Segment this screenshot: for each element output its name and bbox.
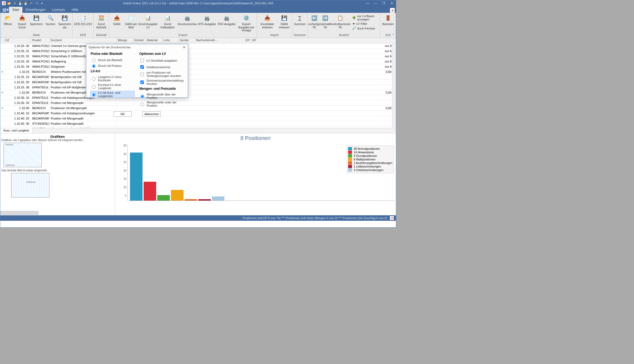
ribbon-da84-per-mail[interactable]: ✉️DA84 per Mail: [124, 13, 138, 29]
check-deckblatt[interactable]: LV Deckblatt ausgeben: [139, 58, 183, 63]
close-icon[interactable]: ✕: [388, 0, 396, 6]
ribbon-da84[interactable]: 📤DA84: [110, 13, 124, 26]
qat-excel-icon[interactable]: X: [13, 1, 17, 5]
tab-einstellungen[interactable]: Einstellungen: [22, 7, 49, 13]
ribbon-rtf-ausgabe[interactable]: 🖨️RTF-Ausgabe: [197, 13, 217, 26]
table-row[interactable]: ▾1.10.25BEREICHWeitere Positionsarten mi…: [0, 69, 396, 74]
tab-kurz-langtext[interactable]: Kurz- und Langtext: [0, 128, 32, 133]
tab-hilfe[interactable]: Hilfe: [68, 7, 81, 13]
file-menu-icon[interactable]: ▤▾: [2, 6, 9, 13]
check-inhalt[interactable]: Inhaltsverzeichnis: [139, 64, 183, 70]
ribbon-pdf-ausgabe[interactable]: 🖨️PDF Ausgabe: [217, 13, 236, 26]
radio-kurz-lang[interactable]: LV mit Kurz- und Langtexten: [91, 91, 134, 98]
ribbon-excel-kalkulation[interactable]: 📊Excel Kalkulation: [158, 13, 177, 29]
ribbon-druckvorschau[interactable]: 🖨️Druckvorschau: [177, 13, 197, 26]
ribbon-n-chste-te[interactable]: ➡️nächste TE: [320, 13, 330, 29]
table-row[interactable]: 1.10.40. 30STUNDENLOHNPosition mit Menge…: [0, 121, 396, 126]
detail-hscroll[interactable]: [0, 211, 38, 215]
qat-save2-icon[interactable]: 💾: [24, 1, 28, 5]
radio-menge-ueber[interactable]: Mengenzeile über der Position: [139, 93, 183, 99]
table-row[interactable]: 1.10.30. 20EPANTEILEPosition mit Mengens…: [0, 100, 396, 106]
ribbon-link-lv-filter[interactable]: ▼LV Filter: [352, 22, 377, 25]
col-posart[interactable]: PosArt: [31, 38, 50, 43]
ribbon-collapse-icon[interactable]: ⌃: [391, 33, 395, 37]
dialog-ok-button[interactable]: OK: [114, 111, 132, 117]
chart-bar-ausführungsbeschreibungen: [185, 199, 197, 201]
data-grid[interactable]: 1.10.20. 30WAHLPOS(1.2 zu 1.0)Unterteil …: [0, 43, 396, 128]
beenden-icon: 🚪: [384, 14, 392, 22]
qat-open-icon[interactable]: 📂: [7, 1, 11, 5]
chart-pane: 8 Positionen 5101520253035 36 Normalposi…: [115, 133, 396, 215]
check-textergaenz[interactable]: nur Positionen mit Textergänzungen druck…: [139, 71, 183, 77]
chart-bar-leitbeschreibungen: [198, 199, 211, 201]
table-row[interactable]: 1.10.25. 10BEDARF(MIT GB)Bedarfsposition…: [0, 74, 396, 80]
table-row[interactable]: 1.10.20. 31WAHLPOS(1.2 zu 1.0)Schachtrin…: [0, 49, 396, 54]
ribbon-mode-icon[interactable]: ▭: [363, 0, 371, 6]
ribbon-vorherige-te[interactable]: ⬅️vorherige TE: [308, 13, 320, 29]
tab-lizenzen[interactable]: Lizenzen: [49, 7, 68, 13]
col-oz[interactable]: OZ: [4, 38, 31, 43]
table-row[interactable]: 1.10.20. 34WAHLPOS(1.2 zu 1.0)Steigeisen…: [0, 64, 396, 69]
chart-bar-grundpositionen: [157, 195, 170, 201]
ribbon-da84-einlesen[interactable]: 💾DA84 einlesen: [277, 13, 291, 29]
ribbon-import-excel[interactable]: 📥Import Excel: [15, 13, 29, 29]
cell-gp: 0,00 €: [251, 70, 396, 73]
table-row[interactable]: 1.10.40. 20BEDARF(MIT GB)Position mit Me…: [0, 116, 396, 121]
ribbon-kontrollsummen-te[interactable]: 📋Kontrollsummen TE: [330, 13, 350, 29]
ribbon-speichern-als[interactable]: 💾Speichern als: [58, 13, 72, 29]
dialog-cancel-button[interactable]: Abbrechen: [143, 111, 161, 117]
table-row[interactable]: HINWEISHinweise zum Abschnitt 1.20: [0, 126, 396, 128]
ribbon-excel-ausgabe-lv[interactable]: 📊Excel Ausgabe LV: [138, 13, 158, 29]
radio-langtext[interactable]: Langtext-LV ohne Kurztexte: [91, 75, 134, 82]
col-material[interactable]: Material: [146, 38, 162, 43]
col-geraete[interactable]: Geräte: [179, 38, 195, 43]
table-row[interactable]: ▾1.10.40BEREICHPositionen mit Mengenspli…: [0, 106, 396, 111]
col-kurztext[interactable]: Kurztext: [50, 38, 117, 43]
window-title: GAEB-Online 2021 (v8.3.0.2-32) - GAEB-Da…: [123, 2, 273, 5]
qat-save-icon[interactable]: 💾: [18, 1, 22, 5]
col-ep[interactable]: EP: [232, 38, 251, 43]
excel-aufma--icon: 🧮: [97, 14, 105, 22]
ribbon-link-such-fenster[interactable]: 🔎Such-Fenster: [352, 26, 377, 30]
ribbon-speichern[interactable]: 💾Speichern: [29, 13, 43, 26]
cell-oz: 1.10.30: [4, 91, 31, 94]
col-color[interactable]: [214, 38, 232, 43]
ribbon--ffnen[interactable]: 📂Öffnen: [1, 13, 15, 26]
ribbon-link-nur-lv-baum-anzeigen[interactable]: 🌳nur LV-Baum anzeigen: [352, 14, 377, 21]
radio-blankett[interactable]: Druck als Blankett: [91, 58, 134, 62]
table-row[interactable]: 1.10.25. 30EPANTEILEPosition mit EP-Aufg…: [0, 85, 396, 90]
col-nachuntern[interactable]: Nachunterneh…: [195, 38, 214, 43]
table-row[interactable]: ▾1.10.30BEREICHPositionen mit Mengenspli…: [0, 90, 396, 95]
dialog-close-icon[interactable]: ✕: [183, 45, 186, 49]
table-row[interactable]: 1.10.20. 33WAHLPOS(1.2 zu 1.0)Auflagerin…: [0, 59, 396, 64]
table-row[interactable]: 1.10.40. 10BEDARF(MIT GB)Position mit Ka…: [0, 111, 396, 116]
tab-start[interactable]: Start: [9, 7, 22, 13]
table-row[interactable]: 1.10.20. 32WAHLPOS(1.2 zu 1.0)Schachthal…: [0, 54, 396, 59]
radio-menge-unter[interactable]: Mengenzeile unter der Position: [139, 101, 183, 107]
col-lohn[interactable]: Lohn: [162, 38, 179, 43]
radio-kurztext[interactable]: Kurztext-LV ohne Langtexte: [91, 83, 134, 90]
check-summen[interactable]: Summenzusammenstellung drucken: [139, 79, 183, 85]
ribbon-exceldatei-einlesen[interactable]: 📥Exceldatei einlesen: [257, 13, 277, 29]
ribbon-suchen[interactable]: 🔍Suchen: [43, 13, 58, 26]
ribbon-efb-221-223[interactable]: 📑EFB 221+223: [73, 13, 93, 26]
table-row[interactable]: 1.10.25. 20BEDARF(MIT GB)Bedarfsposition…: [0, 80, 396, 85]
minimize-icon[interactable]: —: [371, 0, 380, 6]
cell-posart: BEDARF(MIT GB): [31, 80, 50, 84]
maximize-icon[interactable]: ❐: [380, 0, 388, 6]
table-row[interactable]: 1.10.30. 10EPANTEILEPosition mit Katalog…: [0, 95, 396, 100]
qat-dropdown-icon[interactable]: ▾: [40, 1, 44, 5]
ribbon-summen[interactable]: ∑Summen: [293, 13, 307, 26]
radio-preisen[interactable]: Druck mit Preisen: [91, 64, 134, 68]
ribbon-export-ausgabe-per-vorlage[interactable]: ⚙️Export Ausgabe per Vorlage: [236, 13, 256, 32]
speichern-icon: 💾: [32, 14, 40, 22]
ribbon-beenden[interactable]: 🚪Beenden: [381, 13, 395, 26]
col-menge[interactable]: Menge: [117, 38, 133, 43]
col-einheit[interactable]: Einheit: [133, 38, 146, 43]
qat-redo-icon[interactable]: ↷: [35, 1, 38, 5]
ribbon-excel-aufma-[interactable]: 🧮Excel Aufmaß: [94, 13, 108, 29]
table-row[interactable]: 1.10.20. 30WAHLPOS(1.2 zu 1.0)Unterteil …: [0, 43, 396, 49]
qat-undo-icon[interactable]: ↶: [29, 1, 33, 5]
col-gp[interactable]: GP: [251, 38, 396, 43]
grid-scrollbar[interactable]: [392, 43, 396, 128]
